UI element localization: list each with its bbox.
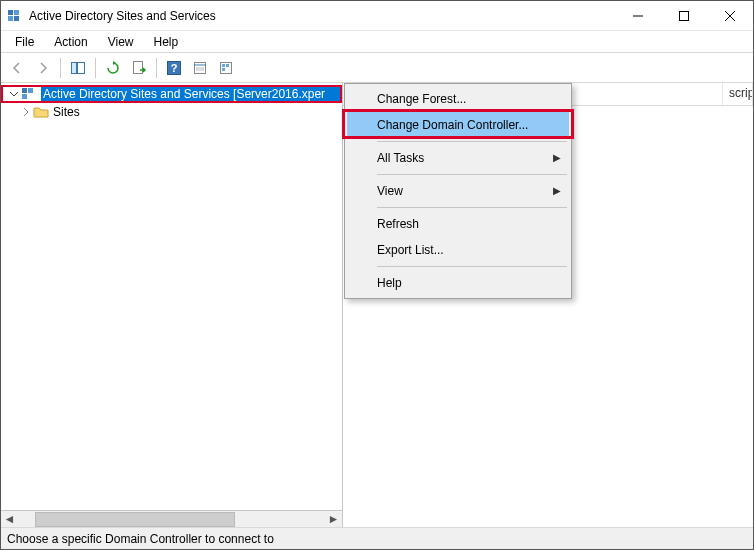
svg-rect-4: [680, 11, 689, 20]
minimize-button[interactable]: [615, 1, 661, 31]
tree-view[interactable]: Active Directory Sites and Services [Ser…: [1, 85, 342, 510]
svg-rect-17: [222, 68, 225, 71]
svg-rect-0: [8, 10, 13, 15]
forward-button[interactable]: [31, 56, 55, 80]
menu-bar: File Action View Help: [1, 31, 753, 53]
properties-button[interactable]: [188, 56, 212, 80]
filter-button[interactable]: [214, 56, 238, 80]
svg-rect-7: [134, 61, 143, 73]
context-menu: Change Forest... Change Domain Controlle…: [344, 83, 572, 299]
menu-view[interactable]: View: [98, 33, 144, 51]
scroll-left-icon[interactable]: ◄: [1, 512, 18, 527]
toolbar-separator: [60, 58, 61, 78]
menu-file[interactable]: File: [5, 33, 44, 51]
svg-rect-1: [14, 10, 19, 15]
app-icon: [7, 8, 23, 24]
scrollbar-thumb[interactable]: [35, 512, 235, 527]
submenu-arrow-icon: ▶: [553, 185, 561, 196]
svg-rect-6: [78, 62, 85, 73]
menu-view[interactable]: View ▶: [347, 178, 569, 204]
toolbar-separator: [156, 58, 157, 78]
menu-change-forest-label: Change Forest...: [377, 92, 466, 106]
main-area: Active Directory Sites and Services [Ser…: [1, 83, 753, 527]
back-button[interactable]: [5, 56, 29, 80]
list-header-description[interactable]: scription: [723, 83, 753, 105]
menu-separator: [377, 207, 567, 208]
svg-rect-16: [226, 64, 229, 67]
status-text: Choose a specific Domain Controller to c…: [7, 532, 274, 546]
menu-action[interactable]: Action: [44, 33, 97, 51]
sites-services-icon: [21, 86, 37, 102]
svg-rect-15: [222, 64, 225, 67]
menu-all-tasks-label: All Tasks: [377, 151, 424, 165]
tree-sites-node[interactable]: Sites: [1, 103, 342, 121]
menu-help[interactable]: Help: [347, 270, 569, 296]
svg-rect-20: [22, 94, 27, 99]
svg-text:?: ?: [171, 62, 178, 74]
refresh-button[interactable]: [101, 56, 125, 80]
status-bar: Choose a specific Domain Controller to c…: [1, 527, 753, 549]
menu-separator: [377, 141, 567, 142]
window-controls: [615, 1, 753, 31]
tree-root-node[interactable]: Active Directory Sites and Services [Ser…: [1, 85, 342, 103]
help-button[interactable]: ?: [162, 56, 186, 80]
title-bar: Active Directory Sites and Services: [1, 1, 753, 31]
menu-refresh[interactable]: Refresh: [347, 211, 569, 237]
menu-export-list[interactable]: Export List...: [347, 237, 569, 263]
menu-change-domain-controller[interactable]: Change Domain Controller...: [347, 112, 569, 138]
svg-rect-18: [22, 88, 27, 93]
folder-icon: [33, 104, 49, 120]
close-button[interactable]: [707, 1, 753, 31]
svg-rect-3: [14, 16, 19, 21]
toolbar-separator: [95, 58, 96, 78]
expander-icon[interactable]: [19, 107, 33, 117]
scroll-right-icon[interactable]: ►: [325, 512, 342, 527]
menu-export-list-label: Export List...: [377, 243, 444, 257]
menu-all-tasks[interactable]: All Tasks ▶: [347, 145, 569, 171]
svg-rect-19: [28, 88, 33, 93]
menu-help[interactable]: Help: [144, 33, 189, 51]
show-hide-tree-button[interactable]: [66, 56, 90, 80]
svg-rect-5: [72, 62, 77, 73]
menu-change-forest[interactable]: Change Forest...: [347, 86, 569, 112]
menu-separator: [377, 266, 567, 267]
submenu-arrow-icon: ▶: [553, 152, 561, 163]
horizontal-scrollbar[interactable]: ◄ ►: [1, 510, 342, 527]
menu-refresh-label: Refresh: [377, 217, 419, 231]
expander-icon[interactable]: [7, 89, 21, 99]
window-title: Active Directory Sites and Services: [29, 9, 216, 23]
svg-rect-2: [8, 16, 13, 21]
tree-root-label: Active Directory Sites and Services [Ser…: [41, 87, 340, 101]
tree-pane: Active Directory Sites and Services [Ser…: [1, 83, 343, 527]
menu-change-dc-label: Change Domain Controller...: [377, 118, 528, 132]
menu-view-label: View: [377, 184, 403, 198]
menu-help-label: Help: [377, 276, 402, 290]
export-list-button[interactable]: [127, 56, 151, 80]
maximize-button[interactable]: [661, 1, 707, 31]
toolbar: ?: [1, 53, 753, 83]
menu-separator: [377, 174, 567, 175]
tree-sites-label: Sites: [53, 105, 80, 119]
